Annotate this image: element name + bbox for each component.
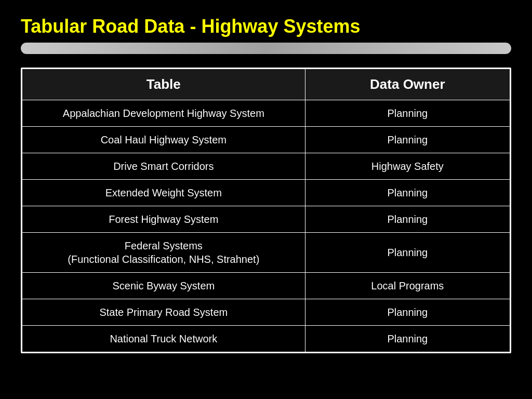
- table-cell-name: Coal Haul Highway System: [22, 127, 305, 153]
- table-cell-name: Scenic Byway System: [22, 273, 305, 299]
- table-container: Table Data Owner Appalachian Development…: [21, 68, 511, 353]
- table-cell-name: Appalachian Development Highway System: [22, 100, 305, 127]
- table-cell-owner: Planning: [305, 127, 510, 153]
- table-body: Appalachian Development Highway SystemPl…: [22, 100, 510, 352]
- table-row: Drive Smart CorridorsHighway Safety: [22, 153, 510, 180]
- page-title: Tabular Road Data - Highway Systems: [21, 16, 511, 37]
- table-cell-owner: Planning: [305, 100, 510, 127]
- table-row: Federal Systems(Functional Classificatio…: [22, 233, 510, 273]
- table-row: Appalachian Development Highway SystemPl…: [22, 100, 510, 127]
- table-row: National Truck NetworkPlanning: [22, 326, 510, 352]
- table-row: Coal Haul Highway SystemPlanning: [22, 127, 510, 153]
- col-table-header: Table: [22, 69, 305, 100]
- table-cell-owner: Planning: [305, 326, 510, 352]
- table-row: Forest Highway SystemPlanning: [22, 206, 510, 233]
- table-header-row: Table Data Owner: [22, 69, 510, 100]
- col-owner-header: Data Owner: [305, 69, 510, 100]
- table-row: Extended Weight SystemPlanning: [22, 180, 510, 206]
- table-cell-owner: Planning: [305, 233, 510, 273]
- data-table: Table Data Owner Appalachian Development…: [22, 69, 510, 352]
- table-cell-name: Drive Smart Corridors: [22, 153, 305, 180]
- table-cell-owner: Planning: [305, 180, 510, 206]
- page-container: Tabular Road Data - Highway Systems Tabl…: [0, 0, 532, 399]
- table-cell-name: Forest Highway System: [22, 206, 305, 233]
- table-cell-name: Federal Systems(Functional Classificatio…: [22, 233, 305, 273]
- table-cell-owner: Highway Safety: [305, 153, 510, 180]
- table-cell-owner: Planning: [305, 299, 510, 326]
- table-row: Scenic Byway SystemLocal Programs: [22, 273, 510, 299]
- table-cell-name: National Truck Network: [22, 326, 305, 352]
- title-divider: [21, 43, 511, 54]
- title-section: Tabular Road Data - Highway Systems: [21, 16, 511, 63]
- table-cell-name: Extended Weight System: [22, 180, 305, 206]
- table-cell-name: State Primary Road System: [22, 299, 305, 326]
- table-cell-owner: Planning: [305, 206, 510, 233]
- table-row: State Primary Road SystemPlanning: [22, 299, 510, 326]
- table-cell-owner: Local Programs: [305, 273, 510, 299]
